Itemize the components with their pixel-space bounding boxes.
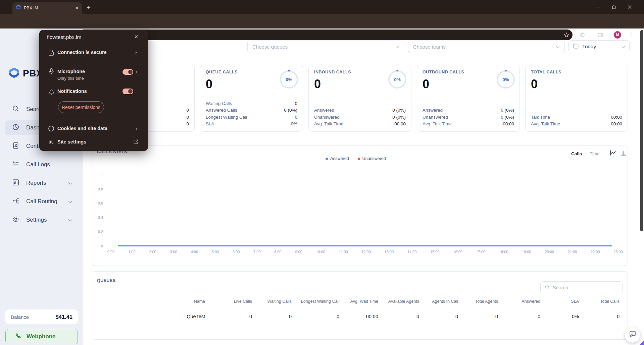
table-cell: 0 [378,314,419,319]
chart-x-axis: 0:001:002:003:004:005:006:007:008:009:00… [107,250,623,254]
card-row-label: Longest Waiting Call [206,115,247,120]
choose-teams-select[interactable]: Choose teams [408,40,565,53]
choose-queues-placeholder: Choose queues [252,44,288,50]
browser-titlebar: PBX.IM ✕ + [0,0,644,14]
card-row-label: SLA [206,121,214,126]
sidebar-item-call-routing[interactable]: Call Routing [5,194,79,209]
card-row: Answered0 (0%) [314,107,406,114]
browser-menu-icon[interactable] [627,31,635,39]
cookie-icon [48,125,54,133]
scrollbar-thumb[interactable] [640,30,643,231]
settings-gear-icon [12,216,19,224]
chevron-down-icon [395,44,399,50]
card-row-value: 0 (0%) [392,108,406,113]
site-settings-row[interactable]: Site settings [57,139,86,145]
card-row-value: 00:00 [394,121,406,126]
sidebar-item-label: Call Logs [26,161,50,168]
choose-queues-select[interactable]: Choose queues [247,40,404,53]
table-cell: 0 [205,314,252,319]
x-tick-label: 17:00 [476,250,486,254]
chevron-right-icon[interactable]: › [135,49,137,56]
x-tick-label: 8:00 [274,250,281,254]
search-icon [12,105,19,114]
chevron-right-icon[interactable]: › [135,125,137,132]
cookies-row[interactable]: Cookies and site data [57,126,107,131]
x-tick-label: 12:00 [361,250,371,254]
card-row-value: 0 (0%) [501,115,514,120]
browser-tab[interactable]: PBX.IM ✕ [12,2,82,14]
stat-card-total-calls: TOTAL CALLS 0 Talk Time00:00Avg. Talk Ti… [525,65,628,132]
external-link-icon [133,139,139,146]
stat-card-outbound-calls: OUTBOUND CALLS 0 0% Answered0 (0%)Unansw… [417,65,520,132]
x-tick-label: 1:00 [128,250,135,254]
window-minimize-button[interactable] [591,0,606,14]
line-chart-icon[interactable] [610,150,616,158]
column-header: SLA [540,299,579,304]
tab-calls[interactable]: Calls [571,151,582,156]
chevron-down-icon [68,180,72,186]
column-header: Longest Waiting Call [292,299,339,304]
app-logo[interactable]: PBX [8,67,43,80]
chevron-down-icon [68,198,72,205]
chat-bubble-icon [629,330,637,340]
webphone-button[interactable]: Webphone [5,329,78,344]
microphone-toggle[interactable] [122,69,133,75]
notifications-toggle[interactable] [122,89,133,94]
chevron-right-icon[interactable]: › [135,68,137,75]
card-row-label: Avg. Talk Time [531,121,560,126]
card-row-value: 00:00 [611,115,622,120]
divider [39,62,148,62]
card-title: TOTAL CALLS [531,70,622,74]
search-input[interactable] [553,285,610,290]
card-row-value: 00:00 [503,121,514,126]
sidebar-item-call-logs[interactable]: Call Logs [5,157,79,172]
close-icon[interactable]: ✕ [132,33,141,41]
tab-time[interactable]: Time [590,151,600,156]
tab-close-icon[interactable]: ✕ [75,6,79,11]
window-close-button[interactable] [622,0,637,14]
bookmark-star-icon[interactable] [562,31,571,39]
extensions-icon[interactable] [579,31,587,39]
x-tick-label: 9:00 [295,250,302,254]
card-row-value: 0 (0%) [501,108,514,113]
date-range-select[interactable]: Today [568,40,630,53]
sidebar-item-label: Call Routing [26,198,57,205]
x-tick-label: 3:00 [170,250,177,254]
new-tab-button[interactable]: + [85,4,93,12]
site-settings-gear-icon [48,139,54,147]
card-row-value: 0 [186,115,189,120]
pbx-logo-icon [8,67,20,80]
webphone-label: Webphone [27,333,56,340]
call-logs-icon [12,160,19,169]
queues-search[interactable] [540,281,623,294]
table-cell: 0 [419,314,458,319]
card-rows: Answered0 (0%)Unanswered0 (0%)Avg. Talk … [423,107,514,128]
chat-launcher-button[interactable] [625,327,640,343]
x-tick-label: 14:00 [407,250,417,254]
queues-table-header: NameLive CallsWaiting CallsLongest Waiti… [94,299,620,304]
sidebar-item-reports[interactable]: Reports [5,176,79,190]
card-row: Unanswered0 (0%) [423,114,514,121]
progress-ring: 0% [388,70,406,89]
choose-teams-placeholder: Choose teams [413,44,446,50]
reset-permissions-button[interactable]: Reset permissions [58,101,104,113]
balance-card: Balance $41.41 [5,309,78,324]
legend-unanswered[interactable]: Unanswered [358,156,386,161]
side-panel-icon[interactable] [596,31,604,39]
balance-label: Balance [11,314,29,320]
window-restore-button[interactable] [606,0,622,14]
x-tick-label: 5:00 [212,250,219,254]
queues-table: NameLive CallsWaiting CallsLongest Waiti… [94,299,620,319]
table-row: Que test00000:0000000%0 [94,314,620,319]
card-big-value: 0 [531,77,622,91]
y-tick-label: 1 [101,173,103,177]
profile-avatar[interactable]: M [614,31,621,39]
table-cell: Que test [94,314,205,319]
chart-legend: Answered Unanswered [326,156,386,161]
bar-chart-icon[interactable] [620,150,627,158]
microphone-label[interactable]: Microphone [57,69,85,74]
legend-answered[interactable]: Answered [326,156,349,161]
notifications-label[interactable]: Notifications [57,89,87,94]
sidebar-item-settings[interactable]: Settings [5,213,79,227]
connection-secure-row[interactable]: Connection is secure [57,50,107,55]
